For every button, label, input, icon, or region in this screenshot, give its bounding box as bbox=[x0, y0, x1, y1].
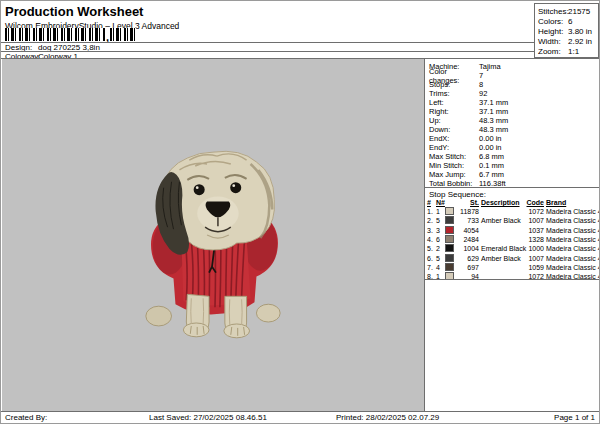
machine-panel: Machine:TajimaColor changes:7Stops:8Trim… bbox=[425, 59, 600, 411]
stop-sequence-header-cell: Code bbox=[526, 199, 546, 206]
machine-info-row: Max Jump:6.7 mm bbox=[429, 170, 508, 179]
stitch-count: 4054 bbox=[457, 227, 481, 234]
divider bbox=[425, 279, 600, 280]
footer-printed: Printed: 28/02/2025 02.07.29 bbox=[336, 413, 439, 422]
design-barcode: , bbox=[5, 28, 136, 41]
stop-sequence-header-text: # bbox=[427, 199, 431, 206]
machine-info-row: Up:48.3 mm bbox=[429, 116, 508, 125]
thread-color-swatch bbox=[445, 244, 454, 252]
machine-info-label: Stops: bbox=[429, 80, 479, 89]
summary-label: Width: bbox=[538, 37, 568, 46]
stop-number: 2. bbox=[427, 217, 436, 224]
summary-label: Colors: bbox=[538, 17, 568, 26]
thread-color-cell bbox=[445, 216, 457, 225]
machine-info-value: 0.00 in bbox=[479, 143, 502, 152]
divider bbox=[1, 411, 600, 412]
machine-info-value: 6.8 mm bbox=[479, 152, 504, 161]
stop-sequence-table: #N#St.DescriptionCodeBrand1.1118781072Ma… bbox=[427, 198, 600, 281]
stop-sequence-header-cell: St. bbox=[457, 199, 481, 206]
summary-label: Stitches: bbox=[538, 7, 568, 16]
design-summary-box: Stitches:21575Colors:6Height:3.80 inWidt… bbox=[534, 3, 599, 58]
machine-info-list: Machine:TajimaColor changes:7Stops:8Trim… bbox=[429, 62, 508, 188]
thread-color-cell bbox=[445, 244, 457, 253]
barcode-icon bbox=[110, 28, 136, 41]
stitch-count: 629 bbox=[457, 255, 481, 262]
thread-color-swatch bbox=[445, 254, 454, 262]
thread-description: Amber Black bbox=[481, 217, 526, 224]
summary-row: Width:2.92 in bbox=[538, 37, 598, 47]
stop-sequence-row: 6.5629Amber Black1007Madeira Classic 40 bbox=[427, 253, 600, 262]
machine-info-row: Max Stitch:6.8 mm bbox=[429, 152, 508, 161]
stop-number: 1. bbox=[427, 208, 436, 215]
stop-sequence-header-text: N# bbox=[436, 199, 445, 206]
stop-sequence-header-cell: Brand bbox=[546, 199, 600, 206]
machine-info-value: 0.1 mm bbox=[479, 161, 504, 170]
machine-info-value: 6.7 mm bbox=[479, 170, 504, 179]
machine-info-label: EndY: bbox=[429, 143, 479, 152]
stop-sequence-header: #N#St.DescriptionCodeBrand bbox=[427, 198, 600, 207]
machine-info-label: Trims: bbox=[429, 89, 479, 98]
stop-sequence-row: 3.340541037Madeira Classic 40 bbox=[427, 226, 600, 235]
footer-created-by: Created By: bbox=[5, 413, 47, 422]
divider bbox=[1, 51, 534, 52]
summary-value: 1:1 bbox=[568, 47, 579, 56]
needle-number: 1 bbox=[436, 208, 445, 215]
thread-code: 1000 bbox=[526, 245, 546, 252]
machine-info-row: Right:37.1 mm bbox=[429, 107, 508, 116]
thread-code: 1072 bbox=[526, 208, 546, 215]
machine-info-row: Left:37.1 mm bbox=[429, 98, 508, 107]
summary-value: 21575 bbox=[568, 7, 590, 16]
thread-color-cell bbox=[445, 254, 457, 263]
needle-number: 5 bbox=[436, 255, 445, 262]
machine-info-value: 37.1 mm bbox=[479, 98, 508, 107]
summary-row: Colors:6 bbox=[538, 16, 598, 26]
needle-number: 5 bbox=[436, 217, 445, 224]
summary-row: Height:3.80 in bbox=[538, 26, 598, 36]
machine-info-value: 7 bbox=[479, 71, 483, 80]
thread-code: 1059 bbox=[526, 264, 546, 271]
machine-info-value: 0.00 in bbox=[479, 134, 502, 143]
thread-color-swatch bbox=[445, 235, 454, 243]
stop-sequence-header-text: Code bbox=[527, 199, 545, 206]
thread-brand: Madeira Classic 40 bbox=[546, 255, 600, 262]
stitch-count: 1004 bbox=[457, 245, 481, 252]
machine-info-row: EndY:0.00 in bbox=[429, 143, 508, 152]
summary-value: 3.80 in bbox=[568, 27, 592, 36]
stop-sequence-row: 4.624841328Madeira Classic 40 bbox=[427, 235, 600, 244]
thread-color-swatch bbox=[445, 207, 454, 215]
thread-color-cell bbox=[445, 235, 457, 244]
machine-info-value: 48.3 mm bbox=[479, 125, 508, 134]
design-preview-area bbox=[2, 59, 424, 411]
machine-info-value: 48.3 mm bbox=[479, 116, 508, 125]
thread-color-swatch bbox=[445, 226, 454, 234]
needle-number: 6 bbox=[436, 236, 445, 243]
summary-label: Zoom: bbox=[538, 47, 568, 56]
barcode-icon bbox=[5, 28, 105, 41]
stitch-count: 697 bbox=[457, 264, 481, 271]
thread-code: 1007 bbox=[526, 217, 546, 224]
machine-info-label: Up: bbox=[429, 116, 479, 125]
stop-number: 3. bbox=[427, 227, 436, 234]
machine-info-value: Tajima bbox=[479, 62, 501, 71]
stitch-count: 733 bbox=[457, 217, 481, 224]
thread-code: 1328 bbox=[526, 236, 546, 243]
thread-brand: Madeira Classic 40 bbox=[546, 208, 600, 215]
machine-info-row: Color changes:7 bbox=[429, 71, 508, 80]
machine-info-row: Stops:8 bbox=[429, 80, 508, 89]
thread-color-swatch bbox=[445, 263, 454, 271]
thread-brand: Madeira Classic 40 bbox=[546, 236, 600, 243]
stop-sequence-row: 1.1118781072Madeira Classic 40 bbox=[427, 207, 600, 216]
footer-page-number: Page 1 of 1 bbox=[554, 413, 595, 422]
thread-description: Emerald Black bbox=[481, 245, 526, 252]
thread-brand: Madeira Classic 40 bbox=[546, 245, 600, 252]
divider bbox=[1, 42, 534, 43]
needle-number: 3 bbox=[436, 227, 445, 234]
machine-info-label: Left: bbox=[429, 98, 479, 107]
stop-number: 5. bbox=[427, 245, 436, 252]
machine-info-value: 92 bbox=[479, 89, 487, 98]
thread-brand: Madeira Classic 40 bbox=[546, 217, 600, 224]
footer-last-saved: Last Saved: 27/02/2025 08.46.51 bbox=[149, 413, 267, 422]
page-title: Production Worksheet bbox=[5, 4, 143, 19]
machine-info-value: 8 bbox=[479, 80, 483, 89]
divider bbox=[425, 187, 600, 188]
